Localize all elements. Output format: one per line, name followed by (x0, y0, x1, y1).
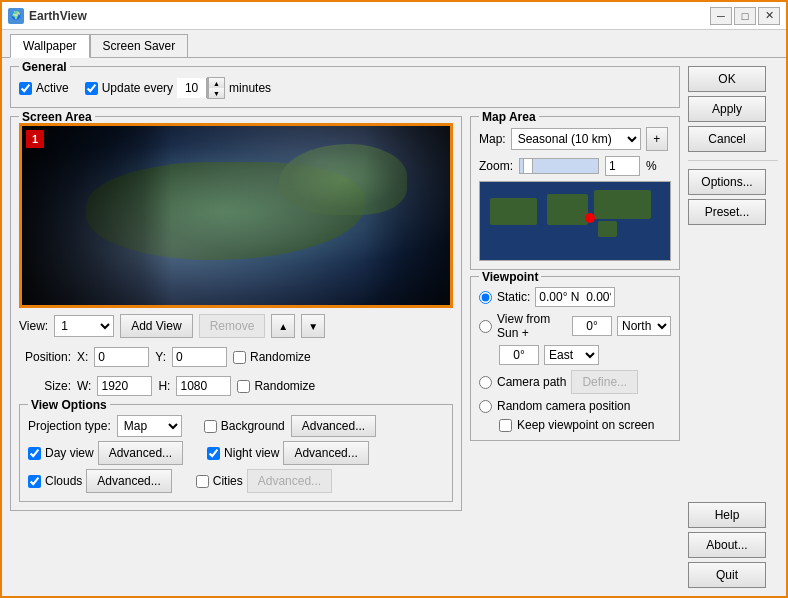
wm-land-europe-africa (547, 194, 589, 225)
spinner-down[interactable]: ▼ (208, 88, 224, 98)
static-radio[interactable] (479, 291, 492, 304)
update-row: Update every ▲ ▼ minutes (85, 77, 271, 99)
minimize-button[interactable]: ─ (710, 7, 732, 25)
world-map (479, 181, 671, 261)
sun-label: View from Sun + (497, 312, 567, 340)
titlebar: 🌍 EarthView ─ □ ✕ (2, 2, 786, 30)
update-checkbox-label[interactable]: Update every (85, 81, 173, 95)
random-camera-radio[interactable] (479, 400, 492, 413)
update-label: Update every (102, 81, 173, 95)
arrow-up-button[interactable]: ▲ (271, 314, 295, 338)
zoom-row: Zoom: % (479, 156, 671, 176)
tab-screensaver[interactable]: Screen Saver (90, 34, 189, 57)
day-view-label[interactable]: Day view (28, 446, 94, 460)
map-row: Map: Seasonal (10 km) + (479, 127, 671, 151)
zoom-slider[interactable] (519, 158, 599, 174)
static-value[interactable] (535, 287, 615, 307)
advanced-night-button[interactable]: Advanced... (283, 441, 368, 465)
update-value[interactable] (177, 78, 207, 98)
map-badge: 1 (26, 130, 44, 148)
sun-row: View from Sun + North South (479, 312, 671, 340)
wm-marker (585, 213, 595, 223)
w-input[interactable] (97, 376, 152, 396)
tab-wallpaper[interactable]: Wallpaper (10, 34, 90, 58)
active-checkbox-label[interactable]: Active (19, 81, 69, 95)
active-checkbox[interactable] (19, 82, 32, 95)
apply-button[interactable]: Apply (688, 96, 766, 122)
east-select[interactable]: East West (544, 345, 599, 365)
zoom-value[interactable] (605, 156, 640, 176)
map-label: Map: (479, 132, 506, 146)
advanced-cities-button[interactable]: Advanced... (247, 469, 332, 493)
advanced-bg-button[interactable]: Advanced... (291, 415, 376, 437)
camera-path-row: Camera path Define... (479, 370, 671, 394)
maximize-button[interactable]: □ (734, 7, 756, 25)
randomize2-checkbox[interactable] (237, 380, 250, 393)
random-camera-row: Random camera position (479, 399, 671, 413)
sun-radio[interactable] (479, 320, 492, 333)
active-label: Active (36, 81, 69, 95)
view-options-grid: Projection type: Map Background Advanced… (28, 411, 444, 493)
quit-button[interactable]: Quit (688, 562, 766, 588)
update-checkbox[interactable] (85, 82, 98, 95)
background-text: Background (221, 419, 285, 433)
day-view-checkbox[interactable] (28, 447, 41, 460)
add-view-button[interactable]: Add View (120, 314, 192, 338)
camera-path-radio[interactable] (479, 376, 492, 389)
clouds-cities-row: Clouds Advanced... Cities (28, 469, 444, 493)
zoom-label: Zoom: (479, 159, 513, 173)
app-icon: 🌍 (8, 8, 24, 24)
define-button[interactable]: Define... (571, 370, 638, 394)
view-row: View: 1 Add View Remove ▲ ▼ (19, 314, 453, 338)
help-button[interactable]: Help (688, 502, 766, 528)
clouds-text: Clouds (45, 474, 82, 488)
map-area-title: Map Area (479, 110, 539, 124)
map-add-button[interactable]: + (646, 127, 668, 151)
update-spinner[interactable]: ▲ ▼ (177, 77, 225, 99)
randomize1-text: Randomize (250, 350, 311, 364)
close-button[interactable]: ✕ (758, 7, 780, 25)
projection-select[interactable]: Map (117, 415, 182, 437)
keep-viewpoint-label: Keep viewpoint on screen (517, 418, 654, 432)
y-input[interactable] (172, 347, 227, 367)
background-label[interactable]: Background (204, 419, 285, 433)
screen-area-title: Screen Area (19, 110, 95, 124)
titlebar-controls: ─ □ ✕ (710, 7, 780, 25)
spacer (688, 229, 778, 498)
spinner-up[interactable]: ▲ (208, 78, 224, 88)
clouds-label[interactable]: Clouds (28, 474, 82, 488)
spinner-btns: ▲ ▼ (207, 77, 225, 99)
map-select[interactable]: Seasonal (10 km) (511, 128, 641, 150)
arrow-down-button[interactable]: ▼ (301, 314, 325, 338)
sun-deg2[interactable] (499, 345, 539, 365)
earth-dark-right (364, 126, 450, 305)
randomize1-label[interactable]: Randomize (233, 350, 311, 364)
static-label: Static: (497, 290, 530, 304)
cities-checkbox[interactable] (196, 475, 209, 488)
cancel-button[interactable]: Cancel (688, 126, 766, 152)
keep-viewpoint-checkbox[interactable] (499, 419, 512, 432)
general-title: General (19, 60, 70, 74)
about-button[interactable]: About... (688, 532, 766, 558)
background-checkbox[interactable] (204, 420, 217, 433)
static-row: Static: (479, 287, 671, 307)
columns-row: Screen Area 1 (10, 116, 680, 511)
north-select[interactable]: North South (617, 316, 671, 336)
h-input[interactable] (176, 376, 231, 396)
sun-deg1[interactable] (572, 316, 612, 336)
x-input[interactable] (94, 347, 149, 367)
randomize2-label[interactable]: Randomize (237, 379, 315, 393)
view-select[interactable]: 1 (54, 315, 114, 337)
ok-button[interactable]: OK (688, 66, 766, 92)
options-button[interactable]: Options... (688, 169, 766, 195)
cities-label[interactable]: Cities (196, 474, 243, 488)
night-view-label[interactable]: Night view (207, 446, 279, 460)
clouds-checkbox[interactable] (28, 475, 41, 488)
x-label: X: (77, 350, 88, 364)
advanced-day-button[interactable]: Advanced... (98, 441, 183, 465)
advanced-clouds-button[interactable]: Advanced... (86, 469, 171, 493)
randomize1-checkbox[interactable] (233, 351, 246, 364)
remove-button[interactable]: Remove (199, 314, 266, 338)
night-view-checkbox[interactable] (207, 447, 220, 460)
preset-button[interactable]: Preset... (688, 199, 766, 225)
